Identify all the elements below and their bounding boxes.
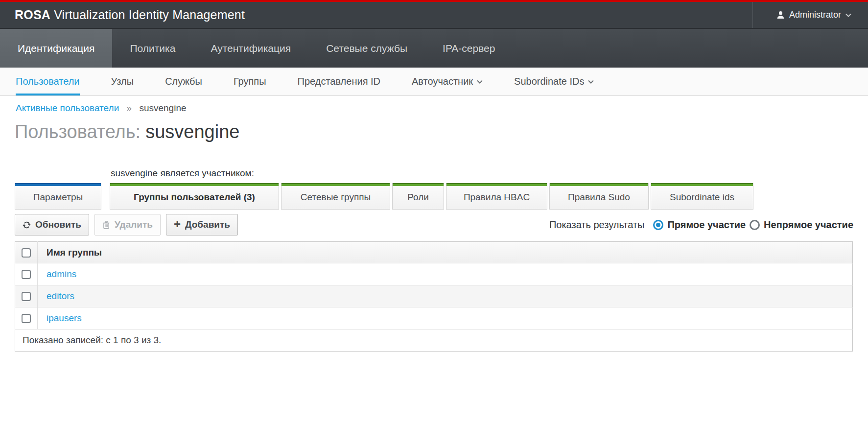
tab-hbac-rules[interactable]: Правила HBAC [446, 183, 547, 210]
main-nav-label: IPA-сервер [443, 43, 495, 54]
sub-nav: Пользователи Узлы Службы Группы Представ… [0, 68, 868, 96]
row-checkbox-cell [15, 263, 38, 285]
main-nav-item-ipa-server[interactable]: IPA-сервер [425, 29, 513, 68]
user-icon [776, 11, 785, 19]
tab-label: Правила Sudo [550, 186, 648, 209]
sub-nav-item-hosts[interactable]: Узлы [111, 68, 134, 95]
table-row: admins [15, 263, 853, 285]
row-checkbox[interactable] [22, 292, 31, 301]
main-nav-label: Политика [130, 43, 175, 54]
facet-tab-strip: Параметры Группы пользователей (3) Сетев… [15, 183, 853, 210]
member-of-note: susvengine является участником: [111, 168, 868, 179]
chevron-down-icon [845, 13, 851, 17]
tab-label: Роли [393, 186, 444, 209]
sub-nav-label: Узлы [111, 76, 134, 87]
header-right: Administrator [752, 2, 853, 28]
sub-nav-label: Представления ID [298, 76, 380, 87]
breadcrumb: Активные пользователи » susvengine [0, 96, 868, 113]
app-header: ROSA Virtualization Identity Management … [0, 2, 868, 28]
group-link[interactable]: editors [47, 291, 74, 301]
tab-label: Subordinate ids [651, 186, 753, 209]
tab-roles[interactable]: Роли [392, 183, 444, 210]
user-menu[interactable]: Administrator [776, 10, 853, 20]
brand-rest: Virtualization Identity Management [50, 8, 245, 22]
chevron-down-icon [588, 80, 594, 84]
refresh-button[interactable]: Обновить [15, 214, 89, 235]
sub-nav-label: Группы [234, 76, 266, 87]
main-nav-label: Сетевые службы [326, 43, 407, 54]
row-checkbox-cell [15, 285, 38, 307]
table-summary: Показано записей: с 1 по 3 из 3. [15, 329, 853, 352]
tab-label: Сетевые группы [282, 186, 390, 209]
sub-nav-label: Автоучастник [412, 76, 473, 87]
show-results-filter: Показать результаты Прямое участие Непря… [549, 219, 853, 231]
radio-indirect-membership[interactable]: Непрямое участие [750, 219, 853, 231]
main-nav-item-network-services[interactable]: Сетевые службы [308, 29, 425, 68]
radio-unselected-icon[interactable] [750, 220, 760, 230]
tab-settings[interactable]: Параметры [15, 183, 101, 210]
tab-netgroups[interactable]: Сетевые группы [281, 183, 390, 210]
page-title: Пользователь:susvengine [15, 121, 868, 142]
plus-icon: + [174, 219, 181, 229]
radio-direct-label: Прямое участие [667, 219, 746, 231]
trash-icon [102, 221, 110, 229]
add-button[interactable]: + Добавить [166, 214, 238, 235]
brand-bold: ROSA [15, 8, 50, 22]
tab-sudo-rules[interactable]: Правила Sudo [549, 183, 649, 210]
sub-nav-item-services[interactable]: Службы [165, 68, 202, 95]
radio-direct-membership[interactable]: Прямое участие [653, 219, 746, 231]
add-label: Добавить [185, 219, 230, 230]
page-title-prefix: Пользователь: [15, 121, 141, 142]
tab-user-groups[interactable]: Группы пользователей (3) [110, 183, 279, 210]
refresh-icon [23, 221, 31, 229]
sub-nav-item-users[interactable]: Пользователи [16, 68, 80, 95]
main-nav-item-identity[interactable]: Идентификация [0, 29, 112, 68]
tab-label: Параметры [15, 186, 101, 209]
table-row: editors [15, 285, 853, 307]
delete-label: Удалить [115, 219, 153, 230]
tab-label: Правила HBAC [446, 186, 547, 209]
sub-nav-item-automember[interactable]: Автоучастник [412, 68, 483, 95]
tab-subordinate-ids[interactable]: Subordinate ids [651, 183, 753, 210]
group-name-cell: admins [38, 263, 853, 285]
toolbar: Обновить Удалить + Добавить Показать рез… [15, 214, 853, 235]
user-label: Administrator [789, 10, 841, 20]
sub-nav-item-groups[interactable]: Группы [234, 68, 266, 95]
user-groups-table: Имя группы admins editors ipausers Показ… [15, 241, 853, 352]
sub-nav-label: Subordinate IDs [514, 76, 584, 87]
select-all-cell [15, 242, 38, 263]
row-checkbox[interactable] [22, 270, 31, 279]
main-nav-label: Идентификация [18, 43, 94, 54]
page-title-name: susvengine [145, 121, 239, 142]
group-name-column-header: Имя группы [38, 242, 853, 263]
breadcrumb-link-active-users[interactable]: Активные пользователи [16, 103, 119, 113]
refresh-label: Обновить [35, 219, 81, 230]
radio-indirect-label: Непрямое участие [764, 219, 853, 231]
row-checkbox[interactable] [22, 314, 31, 323]
sub-nav-item-id-views[interactable]: Представления ID [298, 68, 380, 95]
radio-selected-icon[interactable] [653, 220, 663, 230]
table-header-row: Имя группы [15, 242, 853, 263]
main-nav-label: Аутентификация [211, 43, 291, 54]
table-summary-row: Показано записей: с 1 по 3 из 3. [15, 329, 853, 352]
row-checkbox-cell [15, 307, 38, 329]
show-results-label: Показать результаты [549, 219, 645, 231]
chevron-down-icon [477, 80, 483, 84]
group-name-cell: ipausers [38, 307, 853, 329]
breadcrumb-separator: » [127, 103, 132, 113]
app-title: ROSA Virtualization Identity Management [15, 8, 245, 22]
main-nav-item-authentication[interactable]: Аутентификация [193, 29, 308, 68]
sub-nav-item-subordinate-ids[interactable]: Subordinate IDs [514, 68, 594, 95]
main-nav: Идентификация Политика Аутентификация Се… [0, 28, 868, 68]
tab-label: Группы пользователей (3) [110, 186, 279, 209]
main-nav-item-policy[interactable]: Политика [112, 29, 193, 68]
group-link[interactable]: admins [47, 269, 76, 279]
group-link[interactable]: ipausers [47, 313, 82, 323]
delete-button[interactable]: Удалить [94, 214, 161, 235]
group-name-cell: editors [38, 285, 853, 307]
sub-nav-label: Пользователи [16, 76, 80, 87]
select-all-checkbox[interactable] [22, 248, 31, 258]
breadcrumb-current: susvengine [139, 103, 186, 113]
table-row: ipausers [15, 307, 853, 329]
sub-nav-label: Службы [165, 76, 202, 87]
